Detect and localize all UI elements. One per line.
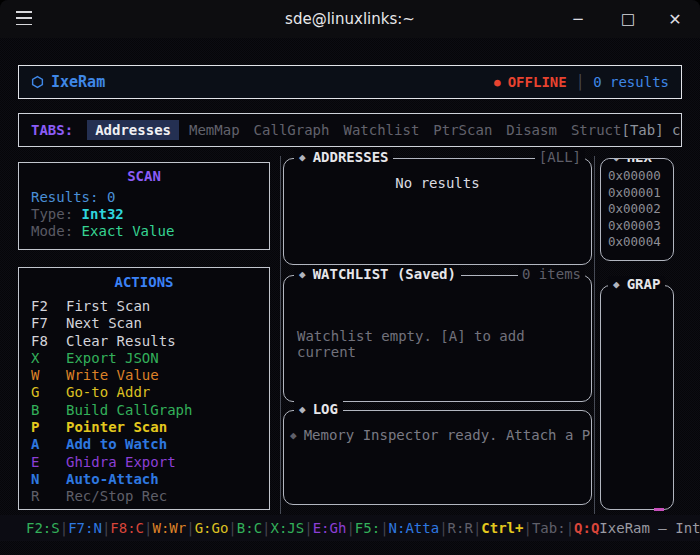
log-panel: ◆ LOG ◆ Memory Inspector ready. Attach a… bbox=[283, 410, 592, 505]
action-first-scan[interactable]: F2First Scan bbox=[31, 298, 269, 315]
hamburger-menu-icon[interactable] bbox=[16, 11, 32, 25]
cursor-marker bbox=[654, 508, 664, 511]
action-hotkey: F2 bbox=[31, 298, 66, 315]
graph-panel-title: ◆ GRAP bbox=[608, 276, 665, 292]
status-separator: | bbox=[262, 520, 270, 536]
connection-status: ● OFFLINE bbox=[494, 74, 567, 90]
action-hotkey: P bbox=[31, 419, 66, 436]
status-hotkey-tab: Tab: bbox=[532, 520, 566, 536]
hex-address-row: 0x00003 bbox=[608, 218, 673, 235]
status-separator: | bbox=[380, 520, 388, 536]
terminal-window: sde@linuxlinks:~ − □ ✕ IxeRam ● OFFLINE … bbox=[0, 0, 700, 555]
tab-watchlist[interactable]: Watchlist bbox=[343, 122, 419, 138]
action-add-to-watch[interactable]: AAdd to Watch bbox=[31, 436, 269, 453]
status-separator: | bbox=[439, 520, 447, 536]
scan-type-row: Type: Int32 bbox=[31, 206, 269, 223]
action-label: Auto-Attach bbox=[66, 471, 159, 488]
action-hotkey: X bbox=[31, 350, 66, 367]
status-separator: | bbox=[186, 520, 194, 536]
action-label: Build CallGraph bbox=[66, 402, 192, 419]
action-build-callgraph[interactable]: BBuild CallGraph bbox=[31, 402, 269, 419]
hex-address-row: 0x00000 bbox=[608, 168, 673, 185]
title-bar: sde@linuxlinks:~ − □ ✕ bbox=[0, 0, 700, 38]
status-separator: | bbox=[60, 520, 68, 536]
status-hotkey-wwr: W:Wr bbox=[152, 520, 186, 536]
action-label: Clear Results bbox=[66, 333, 176, 350]
tab-ptrscan[interactable]: PtrScan bbox=[433, 122, 492, 138]
action-export-json[interactable]: XExport JSON bbox=[31, 350, 269, 367]
status-hotkey-qq: Q:Q bbox=[574, 520, 599, 536]
tab-disasm[interactable]: Disasm bbox=[506, 122, 557, 138]
header-divider: │ bbox=[576, 74, 584, 90]
tabs-inactive-group: MemMapCallGraphWatchlistPtrScanDisasmStr… bbox=[179, 122, 621, 138]
action-hotkey: B bbox=[31, 402, 66, 419]
results-count: 0 results bbox=[593, 74, 669, 90]
actions-panel-title: ACTIONS bbox=[31, 274, 269, 290]
diamond-icon: ◆ bbox=[613, 278, 620, 291]
status-hotkey-ctrl: Ctrl+ bbox=[481, 520, 523, 536]
log-panel-title: ◆ LOG bbox=[294, 401, 343, 417]
terminal-screen: IxeRam ● OFFLINE │ 0 results TABS: Addre… bbox=[0, 38, 700, 555]
column-separator-right bbox=[594, 156, 595, 514]
status-hotkeys: F2:S|F7:N|F8:C|W:Wr|G:Go|B:C|X:JS|E:Gh|F… bbox=[26, 520, 599, 536]
action-next-scan[interactable]: F7Next Scan bbox=[31, 315, 269, 332]
actions-list: F2First ScanF7Next ScanF8Clear ResultsXE… bbox=[31, 298, 269, 506]
tabs-label: TABS: bbox=[31, 122, 73, 138]
hex-address-row: 0x00004 bbox=[608, 234, 673, 251]
scan-panel-title: SCAN bbox=[31, 168, 269, 184]
watchlist-empty-text: Watchlist empty. [A] to add current bbox=[284, 276, 591, 360]
action-pointer-scan[interactable]: PPointer Scan bbox=[31, 419, 269, 436]
status-hotkey-f5: F5: bbox=[355, 520, 380, 536]
action-auto-attach[interactable]: NAuto-Attach bbox=[31, 471, 269, 488]
watchlist-panel-title: ◆ WATCHLIST (Saved) bbox=[294, 266, 461, 282]
tab-cycle-hint: [Tab] cycl bbox=[621, 122, 682, 138]
actions-panel: ACTIONS F2First ScanF7Next ScanF8Clear R… bbox=[18, 267, 270, 510]
action-label: Rec/Stop Rec bbox=[66, 488, 167, 505]
status-hotkey-ggo: G:Go bbox=[195, 520, 229, 536]
diamond-icon: ◆ bbox=[613, 158, 620, 164]
action-write-value[interactable]: WWrite Value bbox=[31, 367, 269, 384]
status-hotkey-egh: E:Gh bbox=[313, 520, 347, 536]
action-label: Pointer Scan bbox=[66, 419, 167, 436]
action-label: First Scan bbox=[66, 298, 150, 315]
status-hotkey-rr: R:R bbox=[448, 520, 473, 536]
hex-rows: 0x000000x000010x000020x000030x00004 bbox=[608, 168, 673, 251]
watchlist-panel: ◆ WATCHLIST (Saved) 0 items Watchlist em… bbox=[283, 275, 592, 402]
action-rec-stop-rec[interactable]: RRec/Stop Rec bbox=[31, 488, 269, 505]
status-hotkey-natta: N:Atta bbox=[389, 520, 440, 536]
status-separator: | bbox=[228, 520, 236, 536]
tab-memmap[interactable]: MemMap bbox=[189, 122, 240, 138]
status-hotkey-f8c: F8:C bbox=[110, 520, 144, 536]
window-title: sde@linuxlinks:~ bbox=[285, 10, 415, 28]
status-separator: | bbox=[304, 520, 312, 536]
maximize-button[interactable]: □ bbox=[611, 0, 645, 38]
action-ghidra-export[interactable]: EGhidra Export bbox=[31, 454, 269, 471]
scan-panel: SCAN Results: 0 Type: Int32 Mode: Exact … bbox=[18, 162, 270, 250]
watchlist-count-badge: 0 items bbox=[518, 266, 585, 282]
action-hotkey: E bbox=[31, 454, 66, 471]
tab-callgraph[interactable]: CallGraph bbox=[254, 122, 330, 138]
action-hotkey: G bbox=[31, 384, 66, 401]
status-hotkey-f7n: F7:N bbox=[68, 520, 102, 536]
status-separator: | bbox=[346, 520, 354, 536]
action-hotkey: N bbox=[31, 471, 66, 488]
action-label: Write Value bbox=[66, 367, 159, 384]
close-button[interactable]: ✕ bbox=[658, 0, 692, 38]
tab-struct[interactable]: Struct bbox=[571, 122, 622, 138]
minimize-button[interactable]: − bbox=[561, 0, 595, 38]
graph-panel: ◆ GRAP bbox=[600, 285, 674, 510]
addresses-panel-title: ◆ ADDRESSES bbox=[294, 149, 393, 165]
status-trailing-text: IxeRam — Int bbox=[599, 520, 700, 536]
action-clear-results[interactable]: F8Clear Results bbox=[31, 333, 269, 350]
column-separator-left bbox=[280, 156, 281, 514]
tab-addresses-active[interactable]: Addresses bbox=[87, 120, 179, 140]
diamond-icon: ◆ bbox=[299, 268, 306, 281]
hex-panel-title: ◆ HEX bbox=[608, 158, 657, 165]
hexagon-logo-icon bbox=[31, 75, 44, 89]
action-go-to-addr[interactable]: GGo-to Addr bbox=[31, 384, 269, 401]
addresses-filter-badge: [ALL] bbox=[535, 149, 585, 165]
hex-address-row: 0x00002 bbox=[608, 201, 673, 218]
action-label: Next Scan bbox=[66, 315, 142, 332]
tabs-bar: TABS: Addresses MemMapCallGraphWatchlist… bbox=[18, 113, 682, 147]
hex-address-row: 0x00001 bbox=[608, 185, 673, 202]
